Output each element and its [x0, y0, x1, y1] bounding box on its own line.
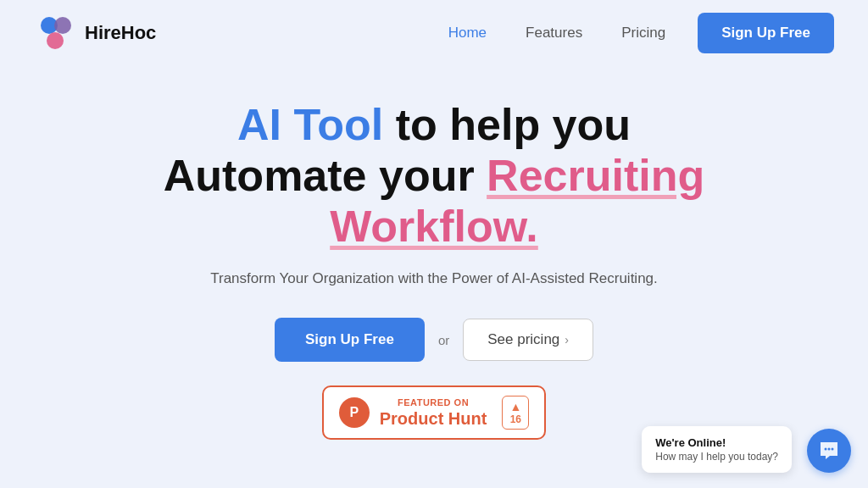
hero-signup-button[interactable]: Sign Up Free [275, 318, 425, 362]
product-hunt-badge[interactable]: P FEATURED ON Product Hunt ▲ 16 [322, 385, 547, 440]
logo-hoc: Hoc [121, 22, 157, 43]
hero-pricing-button[interactable]: See pricing › [463, 319, 593, 361]
chat-online-label: We're Online! [655, 436, 778, 449]
hero-title-ai-tool: AI Tool [237, 100, 383, 149]
logo-hire: Hire [85, 22, 121, 43]
chat-icon [817, 439, 841, 463]
nav-features[interactable]: Features [510, 18, 598, 48]
svg-point-1 [54, 17, 71, 34]
svg-point-5 [832, 448, 834, 451]
upvote-arrow-icon: ▲ [509, 400, 521, 413]
product-hunt-votes: ▲ 16 [502, 396, 529, 430]
nav-home[interactable]: Home [433, 18, 502, 48]
hero-title-automate: Automate your [164, 151, 487, 200]
nav-links: Home Features Pricing Sign Up Free [433, 13, 834, 53]
hero-section: AI Tool to help you Automate your Recrui… [0, 66, 868, 440]
nav-pricing[interactable]: Pricing [606, 18, 681, 48]
hero-title-to-help: to help you [383, 100, 631, 149]
hero-buttons: Sign Up Free or See pricing › [275, 318, 593, 362]
navbar: HireHoc Home Features Pricing Sign Up Fr… [0, 0, 868, 66]
hero-pricing-label: See pricing [487, 331, 559, 348]
product-hunt-name: Product Hunt [380, 408, 487, 429]
nav-signup-button[interactable]: Sign Up Free [698, 13, 834, 53]
logo[interactable]: HireHoc [34, 12, 156, 54]
hero-title: AI Tool to help you Automate your Recrui… [112, 100, 756, 252]
hero-or-text: or [438, 333, 449, 347]
svg-point-3 [825, 448, 827, 451]
product-hunt-text: FEATURED ON Product Hunt [380, 397, 487, 429]
chevron-right-icon: › [565, 333, 569, 347]
product-hunt-logo: P [339, 397, 370, 428]
chat-message: How may I help you today? [655, 451, 778, 463]
hero-subtitle: Transform Your Organization with the Pow… [210, 270, 658, 287]
logo-text: HireHoc [85, 22, 156, 44]
chat-button[interactable] [807, 429, 851, 473]
svg-point-4 [828, 448, 831, 451]
logo-icon [34, 12, 76, 54]
chat-widget: We're Online! How may I help you today? [642, 426, 792, 473]
product-hunt-featured-label: FEATURED ON [380, 397, 487, 408]
svg-point-2 [47, 32, 64, 49]
product-hunt-vote-count: 16 [510, 413, 521, 425]
